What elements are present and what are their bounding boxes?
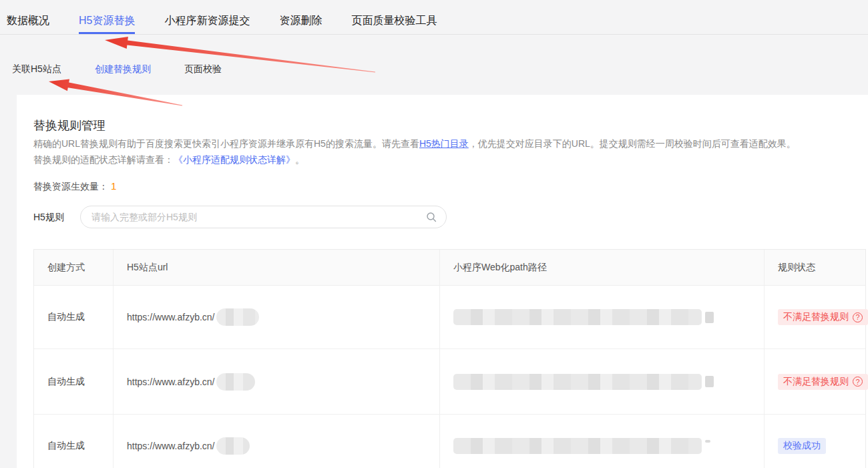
- h5-url-cell: https://www.afzyb.cn/: [127, 312, 215, 322]
- h5-url-cell: https://www.afzyb.cn/: [127, 441, 215, 451]
- tab-data-overview[interactable]: 数据概况: [7, 14, 49, 27]
- help-question-icon[interactable]: ?: [853, 312, 863, 322]
- h5-rule-search-box: [80, 206, 447, 228]
- effective-count-label: 替换资源生效量：: [33, 181, 108, 192]
- subtab-create-replace-rule[interactable]: 创建替换规则: [95, 63, 151, 75]
- redacted-path-blur: [453, 309, 702, 325]
- tab-h5-resource-replace[interactable]: H5资源替换: [79, 14, 135, 27]
- redacted-path-blur-end: [705, 312, 714, 323]
- tab-resource-delete[interactable]: 资源删除: [279, 14, 322, 27]
- h5-url-cell: https://www.afzyb.cn/: [127, 377, 215, 387]
- subtab-link-h5-site[interactable]: 关联H5站点: [12, 63, 61, 75]
- status-text: 不满足替换规则: [783, 376, 849, 388]
- status-badge: 不满足替换规则?: [778, 374, 868, 390]
- h5-rule-search-input[interactable]: [91, 212, 426, 222]
- effective-count-value: 1: [111, 180, 116, 192]
- page-title: 替换规则管理: [33, 118, 105, 134]
- create-mode-cell: 自动生成: [47, 376, 85, 388]
- create-mode-cell: 自动生成: [47, 440, 85, 452]
- h5-hot-directory-link[interactable]: H5热门目录: [419, 138, 469, 149]
- status-text: 不满足替换规则: [783, 311, 849, 323]
- table-header-row: 创建方式 H5站点url 小程序Web化path路径 规则状态: [34, 250, 865, 285]
- description-line-1: 精确的URL替换规则有助于百度搜索更快索引小程序资源并继承原有H5的搜索流量。请…: [33, 136, 796, 152]
- top-tab-bar: 数据概况 H5资源替换 小程序新资源提交 资源删除 页面质量校验工具: [0, 0, 868, 35]
- redacted-path-blur-end: [705, 376, 714, 387]
- status-badge: 不满足替换规则?: [778, 309, 868, 325]
- description-line-2: 替换规则的适配状态详解请查看：《小程序适配规则状态详解》。: [33, 152, 304, 168]
- table-row: 自动生成 https://www.afzyb.cn/ 不满足替换规则?: [34, 285, 865, 348]
- header-miniapp-web-path: 小程序Web化path路径: [439, 250, 764, 285]
- redacted-path-blur: [453, 438, 702, 454]
- desc-text: ，优先提交对应目录下的URL。提交规则需经一周校验时间后可查看适配效果。: [469, 138, 796, 149]
- desc-text: 替换规则的适配状态详解请查看：: [33, 154, 174, 165]
- rules-table: 创建方式 H5站点url 小程序Web化path路径 规则状态 自动生成 htt…: [33, 249, 866, 468]
- redacted-url-blur: [216, 437, 250, 455]
- redacted-path-blur: [453, 374, 702, 390]
- table-row: 自动生成 https://www.afzyb.cn/ 校验成功: [34, 414, 865, 468]
- adapt-rule-status-doc-link[interactable]: 《小程序适配规则状态详解》: [174, 154, 295, 165]
- create-mode-cell: 自动生成: [47, 311, 85, 323]
- status-text: 校验成功: [783, 440, 821, 452]
- h5-rule-filter-label: H5规则: [33, 212, 64, 224]
- status-badge: 校验成功: [778, 438, 826, 454]
- tab-page-quality-check-tool[interactable]: 页面质量校验工具: [351, 14, 437, 27]
- desc-text: 。: [295, 154, 304, 165]
- table-row: 自动生成 https://www.afzyb.cn/ 不满足替换规则?: [34, 348, 865, 414]
- redacted-url-blur: [216, 308, 259, 326]
- header-rule-status: 规则状态: [764, 250, 865, 285]
- subtab-page-check[interactable]: 页面校验: [184, 63, 222, 75]
- redacted-url-blur: [216, 373, 255, 391]
- header-h5-site-url: H5站点url: [113, 250, 439, 285]
- tab-miniapp-new-resource-submit[interactable]: 小程序新资源提交: [164, 14, 250, 27]
- header-create-mode: 创建方式: [34, 250, 113, 285]
- desc-text: 精确的URL替换规则有助于百度搜索更快索引小程序资源并继承原有H5的搜索流量。请…: [33, 138, 419, 149]
- search-icon[interactable]: [426, 212, 437, 222]
- effective-count-line: 替换资源生效量：1: [33, 180, 116, 193]
- help-question-icon[interactable]: ?: [853, 377, 863, 387]
- redacted-path-blur-end: [705, 440, 710, 443]
- sub-nav: 关联H5站点 创建替换规则 页面校验: [12, 63, 222, 75]
